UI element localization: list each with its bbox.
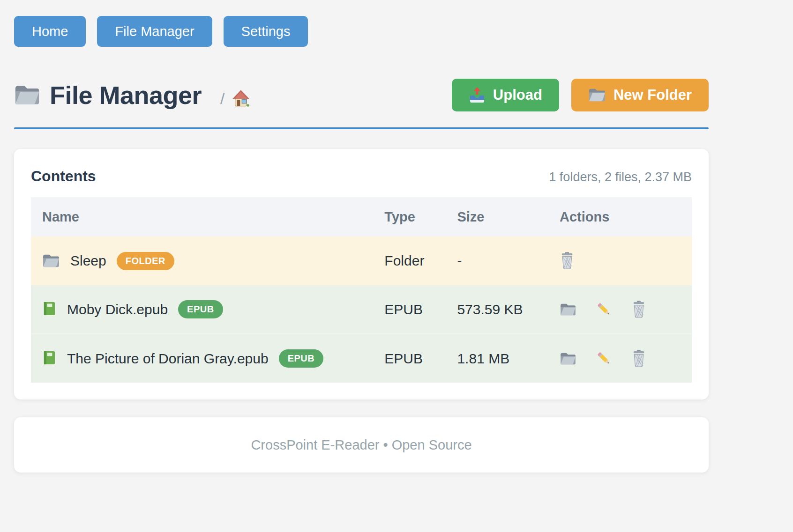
table-row-epub: Moby Dick.epub EPUB EPUB 573.59 KB (31, 285, 692, 334)
folder-icon (42, 253, 60, 268)
contents-card: Contents 1 folders, 2 files, 2.37 MB Nam… (14, 149, 709, 399)
header-actions: Upload New Folder (452, 79, 709, 111)
page-header: File Manager / (14, 79, 709, 111)
page-title: File Manager (50, 81, 202, 110)
contents-card-header: Contents 1 folders, 2 files, 2.37 MB (31, 168, 692, 185)
move-action-button[interactable] (560, 352, 576, 366)
trash-icon (560, 252, 575, 270)
new-folder-button[interactable]: New Folder (571, 79, 709, 111)
breadcrumb: / (220, 89, 250, 108)
file-size: - (457, 236, 560, 285)
header-divider (14, 127, 709, 129)
file-size: 1.81 MB (457, 334, 560, 383)
rename-action-button[interactable] (596, 302, 612, 317)
upload-tray-icon (469, 87, 486, 103)
upload-button[interactable]: Upload (452, 79, 559, 111)
file-name[interactable]: Sleep (70, 253, 106, 269)
epub-badge: EPUB (279, 349, 324, 368)
file-table: Name Type Size Actions (31, 197, 692, 383)
table-row-folder: Sleep FOLDER Folder - (31, 236, 692, 285)
pencil-icon (596, 351, 612, 366)
upload-button-label: Upload (493, 87, 542, 103)
file-type: EPUB (384, 285, 457, 334)
file-type: Folder (384, 236, 457, 285)
column-header-actions: Actions (560, 197, 692, 236)
file-name[interactable]: The Picture of Dorian Gray.epub (67, 351, 269, 367)
new-folder-button-label: New Folder (613, 87, 692, 103)
top-nav: Home File Manager Settings (14, 16, 709, 47)
green-book-icon (42, 301, 57, 318)
table-header-row: Name Type Size Actions (31, 197, 692, 236)
contents-summary: 1 folders, 2 files, 2.37 MB (549, 170, 692, 185)
delete-action-button[interactable] (631, 350, 646, 368)
nav-settings-button[interactable]: Settings (224, 16, 308, 47)
rename-action-button[interactable] (596, 351, 612, 366)
trash-icon (631, 301, 646, 318)
column-header-name: Name (31, 197, 384, 236)
footer: CrossPoint E-Reader • Open Source (14, 417, 709, 473)
column-header-type: Type (384, 197, 457, 236)
folder-badge: FOLDER (117, 252, 174, 270)
delete-action-button[interactable] (631, 301, 646, 318)
file-name[interactable]: Moby Dick.epub (67, 302, 168, 318)
pencil-icon (596, 302, 612, 317)
folder-icon (14, 84, 40, 106)
delete-action-button[interactable] (560, 252, 575, 270)
nav-file-manager-button[interactable]: File Manager (97, 16, 212, 47)
title-group: File Manager / (14, 81, 250, 110)
table-row-epub: The Picture of Dorian Gray.epub EPUB EPU… (31, 334, 692, 383)
home-icon[interactable] (232, 89, 250, 108)
epub-badge: EPUB (178, 300, 223, 318)
contents-heading: Contents (31, 168, 96, 185)
file-type: EPUB (384, 334, 457, 383)
page-container: Home File Manager Settings File Manager … (14, 16, 709, 399)
nav-home-button[interactable]: Home (14, 16, 86, 47)
folder-icon (560, 303, 576, 317)
breadcrumb-separator: / (220, 89, 224, 108)
footer-text: CrossPoint E-Reader • Open Source (251, 437, 471, 453)
folder-icon (560, 352, 576, 366)
column-header-size: Size (457, 197, 560, 236)
new-folder-icon (588, 88, 606, 103)
move-action-button[interactable] (560, 303, 576, 317)
green-book-icon (42, 350, 57, 367)
file-size: 573.59 KB (457, 285, 560, 334)
trash-icon (631, 350, 646, 368)
